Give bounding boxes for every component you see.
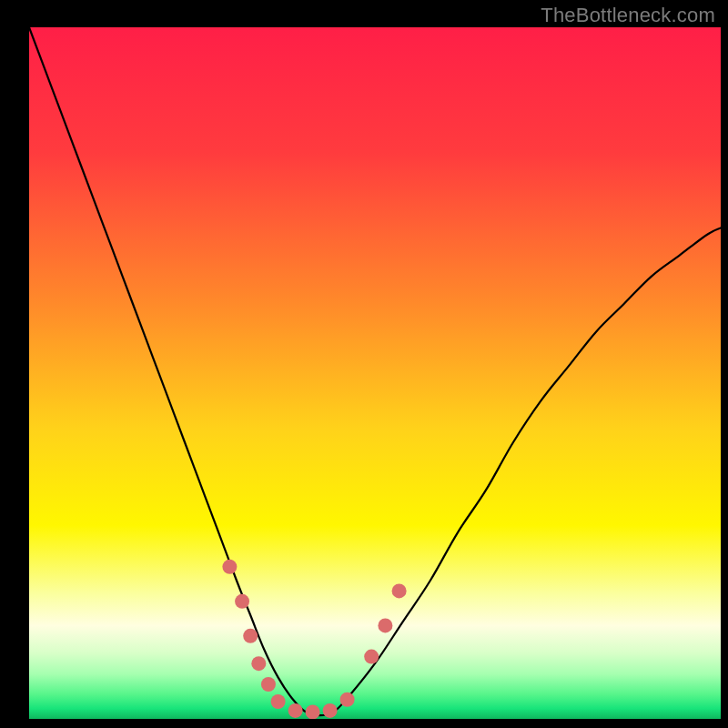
highlight-dot — [288, 703, 303, 718]
highlight-dot — [243, 629, 258, 643]
highlight-dot — [378, 618, 392, 632]
highlight-dot — [306, 704, 320, 719]
highlight-dot — [235, 594, 249, 609]
gradient-background — [29, 27, 721, 719]
plot-area — [29, 27, 721, 719]
watermark-text: TheBottleneck.com — [541, 4, 715, 27]
chart-svg — [29, 27, 721, 719]
highlight-dot — [364, 650, 379, 664]
highlight-dot — [261, 677, 276, 692]
highlight-dot — [323, 703, 338, 718]
highlight-dot — [251, 656, 266, 671]
highlight-dot — [222, 560, 237, 574]
highlight-dot — [340, 693, 355, 707]
chart-stage: TheBottleneck.com — [0, 0, 728, 728]
highlight-dot — [271, 694, 286, 709]
highlight-dot — [392, 583, 407, 598]
